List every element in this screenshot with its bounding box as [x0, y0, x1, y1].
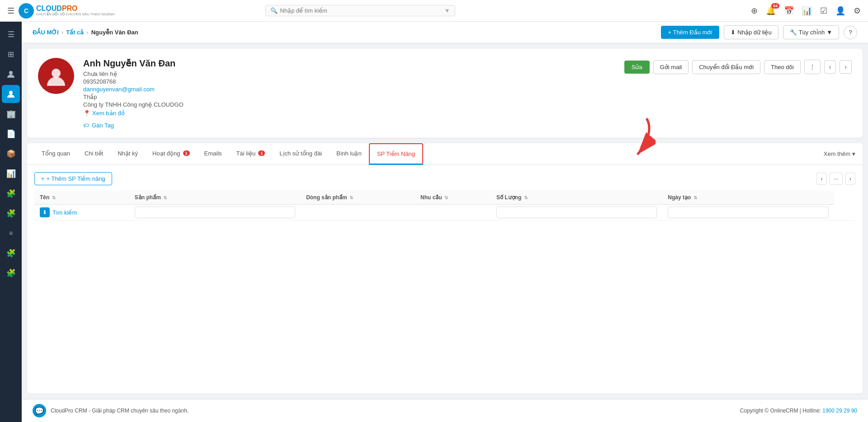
search-label[interactable]: Tìm kiếm	[52, 209, 77, 216]
table-header-row: Tên ⇅ Sản phẩm ⇅ Dòng sản phẩm ⇅ Nhu c	[34, 191, 855, 205]
customize-icon: 🔧	[790, 29, 797, 36]
sidebar-item-contacts[interactable]	[2, 65, 20, 83]
sidebar-item-leads[interactable]	[2, 85, 20, 103]
footer-hotline-link[interactable]: 1900 29 29 90	[822, 408, 857, 414]
bell-icon[interactable]: 🔔 64	[766, 6, 776, 16]
add-sp-button[interactable]: + + Thêm SP Tiềm năng	[34, 172, 112, 185]
tab-tong-quan[interactable]: Tổng quan	[34, 144, 77, 164]
prev-record-button[interactable]: ‹	[824, 60, 836, 74]
sidebar-item-dashboard[interactable]: ⊞	[2, 45, 20, 63]
search-nhucau-cell	[491, 205, 662, 220]
tab-lich-su[interactable]: Lịch sử tổng đài	[272, 144, 329, 164]
svg-point-2	[9, 71, 13, 75]
chat-button[interactable]: 💬	[33, 404, 46, 417]
logo-tagline: CHUYỂN ĐỔI SỐ CHUYÊN SÂU THEO NGÀNH	[36, 12, 114, 16]
search-input[interactable]	[280, 7, 442, 14]
tab-hoat-dong[interactable]: Hoạt động 1	[145, 144, 197, 164]
sidebar-item-companies[interactable]: 🏢	[2, 105, 20, 123]
sidebar-item-plugin1[interactable]: 🧩	[2, 184, 20, 202]
table-prev-button[interactable]: ‹	[816, 173, 826, 185]
table-more-button[interactable]: ···	[830, 173, 843, 185]
sidebar-item-plugin3[interactable]: 🧩	[2, 244, 20, 262]
follow-button[interactable]: Theo dõi	[764, 60, 801, 74]
tai-lieu-badge: 1	[258, 150, 265, 156]
sidebar-item-plugin4[interactable]: 🧩	[2, 264, 20, 282]
sort-soluong-icon[interactable]: ⇅	[524, 195, 528, 200]
chart-icon[interactable]: 📊	[802, 6, 812, 16]
tab-tai-lieu[interactable]: Tài liệu 1	[229, 144, 273, 164]
profile-email[interactable]: dannguyenvan@gmail.com	[83, 86, 615, 93]
sort-ten-icon[interactable]: ⇅	[52, 195, 56, 200]
app-body: ☰ ⊞ 🏢 📄 📦 📊 🧩 🧩 ≡ 🧩 🧩 ĐẦU MỚI › Tất cả ›…	[0, 22, 868, 422]
search-row-action[interactable]: ⬇ Tìm kiếm	[40, 207, 124, 217]
breadcrumb-all[interactable]: Tất cả	[66, 29, 84, 36]
sort-dong-icon[interactable]: ⇅	[349, 195, 353, 200]
profile-level: Thấp	[83, 94, 615, 100]
search-sanpham-cell	[301, 205, 415, 220]
more-actions-button[interactable]: ⋮	[804, 60, 821, 74]
chevron-down-icon: ▾	[852, 150, 855, 157]
sidebar-item-analytics[interactable]: 📊	[2, 164, 20, 183]
sp-table: Tên ⇅ Sản phẩm ⇅ Dòng sản phẩm ⇅ Nhu c	[34, 191, 855, 220]
tab-xem-them[interactable]: Xem thêm ▾	[824, 150, 855, 157]
import-icon: ⬇	[731, 29, 736, 36]
hamburger-icon[interactable]: ☰	[7, 6, 14, 16]
edit-button[interactable]: Sửa	[624, 61, 650, 74]
add-icon[interactable]: ⊕	[751, 6, 758, 16]
send-mail-button[interactable]: Gởi mail	[653, 60, 689, 74]
logo-cloud-text: CLOUD	[36, 5, 62, 12]
svg-point-4	[52, 69, 61, 78]
table-next-button[interactable]: ›	[845, 173, 855, 185]
breadcrumb-root[interactable]: ĐẦU MỚI	[33, 29, 59, 36]
add-lead-button[interactable]: + Thêm Đầu mới	[661, 26, 720, 39]
tab-emails[interactable]: Emails	[197, 144, 229, 164]
avatar-icon	[46, 66, 66, 86]
sort-ngaytao-icon[interactable]: ⇅	[693, 195, 697, 200]
tab-chi-tiet[interactable]: Chi tiết	[77, 144, 110, 164]
add-sp-icon: +	[41, 175, 45, 182]
tab-nhat-ky[interactable]: Nhật ký	[110, 144, 145, 164]
tab-binh-luan[interactable]: Bình luận	[329, 144, 369, 164]
svg-point-3	[9, 91, 13, 94]
col-ngay-tao: Ngày tạo ⇅	[662, 191, 834, 205]
col-san-pham: Sản phẩm ⇅	[129, 191, 301, 205]
settings-icon[interactable]: ⚙	[854, 6, 861, 16]
sidebar-item-list[interactable]: ≡	[2, 224, 20, 242]
convert-button[interactable]: Chuyển đổi Đầu mới	[692, 60, 760, 74]
location-icon: 📍	[83, 110, 90, 117]
breadcrumb-sep1: ›	[61, 29, 63, 36]
customize-button[interactable]: 🔧 Tùy chỉnh ▼	[783, 25, 839, 39]
col-so-luong: Số Lượng ⇅	[491, 191, 662, 205]
breadcrumb-actions: + Thêm Đầu mới ⬇ Nhập dữ liệu 🔧 Tùy chỉn…	[661, 25, 857, 39]
search-ten-input[interactable]	[135, 206, 295, 218]
profile-phone: 0935208768	[83, 78, 615, 85]
top-navigation: ☰ C CLOUDPRO CHUYỂN ĐỔI SỐ CHUYÊN SÂU TH…	[0, 0, 868, 22]
user-icon[interactable]: 👤	[835, 6, 845, 16]
breadcrumb-bar: ĐẦU MỚI › Tất cả › Nguyễn Văn Đan + Thêm…	[22, 22, 868, 43]
tab-sp-tiem-nang[interactable]: SP Tiềm Năng	[369, 143, 423, 165]
tasks-icon[interactable]: ☑	[820, 6, 827, 16]
sidebar-item-documents[interactable]: 📄	[2, 125, 20, 143]
filter-icon[interactable]: ⬇	[40, 207, 50, 217]
profile-map-link[interactable]: 📍 Xem bản đồ	[83, 110, 615, 117]
sidebar-item-menu[interactable]: ☰	[2, 25, 20, 43]
import-data-button[interactable]: ⬇ Nhập dữ liệu	[724, 25, 778, 39]
tag-row[interactable]: 🏷 Gán Tag	[83, 122, 615, 129]
search-soluong-input[interactable]	[668, 206, 828, 218]
profile-info: Anh Nguyễn Văn Đan Chưa liên hệ 09352087…	[83, 58, 615, 129]
profile-company: Công ty TNHH Công nghệ CLOUDGO	[83, 101, 615, 108]
search-nhucau-input[interactable]	[496, 206, 657, 218]
sort-nhucau-icon[interactable]: ⇅	[444, 195, 448, 200]
help-button[interactable]: ?	[844, 26, 857, 39]
search-icon-cell: ⬇ Tìm kiếm	[34, 205, 129, 220]
sidebar-item-products[interactable]: 📦	[2, 145, 20, 163]
calendar-icon[interactable]: 📅	[784, 6, 794, 16]
search-dropdown-icon[interactable]: ▼	[444, 7, 450, 14]
search-bar[interactable]: 🔍 ▼	[265, 5, 455, 16]
footer-right: Copyright © OnlineCRM | Hotline: 1900 29…	[740, 408, 857, 414]
profile-actions: Sửa Gởi mail Chuyển đổi Đầu mới Theo dõi…	[624, 60, 852, 74]
sidebar-item-plugin2[interactable]: 🧩	[2, 204, 20, 222]
sort-sanpham-icon[interactable]: ⇅	[163, 195, 167, 200]
tag-icon: 🏷	[83, 122, 89, 129]
next-record-button[interactable]: ›	[840, 60, 852, 74]
